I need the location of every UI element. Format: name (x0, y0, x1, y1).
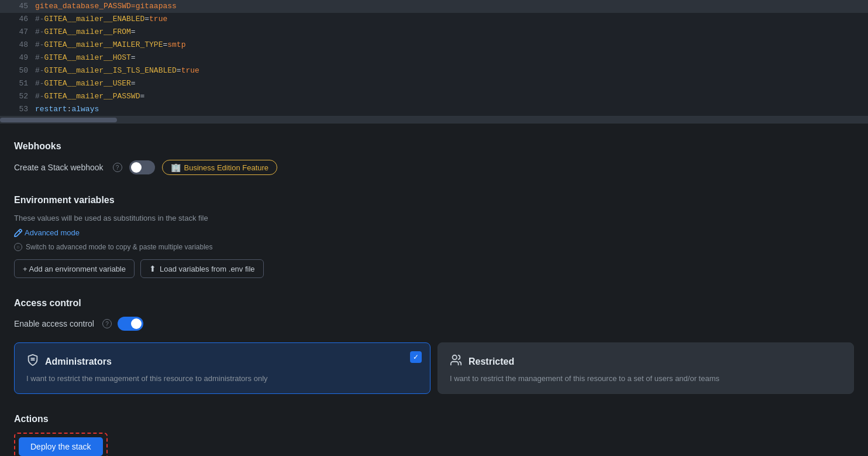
access-control-title: Access control (14, 292, 854, 308)
svg-point-2 (453, 355, 457, 359)
advanced-mode-label: Advanced mode (25, 228, 80, 237)
add-env-label: + Add an environment variable (23, 265, 126, 273)
people-icon (450, 354, 463, 369)
webhook-label: Create a Stack webhook (14, 163, 104, 172)
info-icon: ○ (14, 243, 22, 251)
load-variables-button[interactable]: ⬆ Load variables from .env file (140, 259, 264, 278)
business-edition-badge[interactable]: 🏢 Business Edition Feature (162, 160, 278, 175)
advanced-mode-hint-row: ○ Switch to advanced mode to copy & past… (14, 243, 854, 251)
deploy-label: Deploy the stack (30, 442, 91, 451)
code-line-48: 48 #- GITEA__mailer__MAILER_TYPE=smtp (0, 39, 868, 52)
shield-icon (26, 354, 39, 369)
actions-section: Actions Deploy the stack (14, 408, 854, 456)
building-icon: 🏢 (171, 163, 181, 172)
webhook-row: Create a Stack webhook ? 🏢 Business Edit… (14, 160, 854, 175)
env-variables-section: Environment variables These values will … (14, 189, 854, 278)
upload-icon: ⬆ (149, 264, 156, 273)
add-env-variable-button[interactable]: + Add an environment variable (14, 259, 135, 278)
deploy-stack-button[interactable]: Deploy the stack (19, 437, 103, 456)
administrators-card-title: Administrators (45, 356, 112, 367)
restricted-card[interactable]: Restricted I want to restrict the manage… (438, 342, 854, 394)
access-control-help-icon[interactable]: ? (102, 319, 112, 328)
code-editor: 45 gitea_database_PASSWD=gitaapass 46 #-… (0, 0, 868, 116)
code-line-53: 53 restart: always (0, 103, 868, 116)
code-line-46: 46 #- GITEA__mailer__ENABLED=true (0, 13, 868, 26)
restricted-card-title: Restricted (469, 356, 514, 367)
webhook-toggle[interactable] (129, 160, 155, 174)
code-line-49: 49 #- GITEA__mailer__HOST= (0, 52, 868, 64)
deploy-button-wrapper: Deploy the stack (14, 433, 108, 456)
edit-icon (14, 229, 22, 237)
code-line-50: 50 #- GITEA__mailer__IS_TLS_ENABLED=true (0, 64, 868, 77)
administrators-card[interactable]: ✓ Administrators I want to restrict the … (14, 342, 430, 394)
access-control-toggle[interactable] (118, 317, 143, 331)
actions-title: Actions (14, 408, 854, 424)
code-line-47: 47 #- GITEA__mailer__FROM= (0, 26, 868, 39)
advanced-mode-link[interactable]: Advanced mode (14, 228, 80, 237)
card-check-icon: ✓ (410, 351, 422, 363)
access-control-cards: ✓ Administrators I want to restrict the … (14, 342, 854, 394)
code-line-51: 51 #- GITEA__mailer__USER= (0, 77, 868, 90)
env-actions: + Add an environment variable ⬆ Load var… (14, 259, 854, 278)
horizontal-scrollbar[interactable] (0, 116, 868, 124)
main-content: Webhooks Create a Stack webhook ? 🏢 Busi… (0, 124, 868, 456)
administrators-card-desc: I want to restrict the management of thi… (26, 374, 418, 383)
restricted-card-desc: I want to restrict the management of thi… (450, 374, 842, 383)
webhooks-section: Webhooks Create a Stack webhook ? 🏢 Busi… (14, 135, 854, 175)
access-control-label: Enable access control (14, 319, 94, 328)
access-control-section: Access control Enable access control ? ✓ (14, 292, 854, 394)
load-vars-label: Load variables from .env file (160, 265, 255, 273)
env-variables-title: Environment variables (14, 189, 854, 205)
business-badge-text: Business Edition Feature (184, 163, 269, 172)
scrollbar-thumb[interactable] (0, 118, 117, 122)
advanced-mode-hint-text: Switch to advanced mode to copy & paste … (26, 243, 213, 251)
env-subtitle: These values will be used as substitutio… (14, 214, 854, 222)
access-control-toggle-row: Enable access control ? (14, 317, 854, 331)
administrators-card-header: Administrators (26, 354, 418, 369)
webhook-help-icon[interactable]: ? (113, 163, 122, 172)
webhooks-title: Webhooks (14, 135, 854, 152)
code-line-52: 52 #- GITEA__mailer__PASSWD= (0, 90, 868, 103)
restricted-card-header: Restricted (450, 354, 842, 369)
code-line-45: 45 gitea_database_PASSWD=gitaapass (0, 0, 868, 13)
